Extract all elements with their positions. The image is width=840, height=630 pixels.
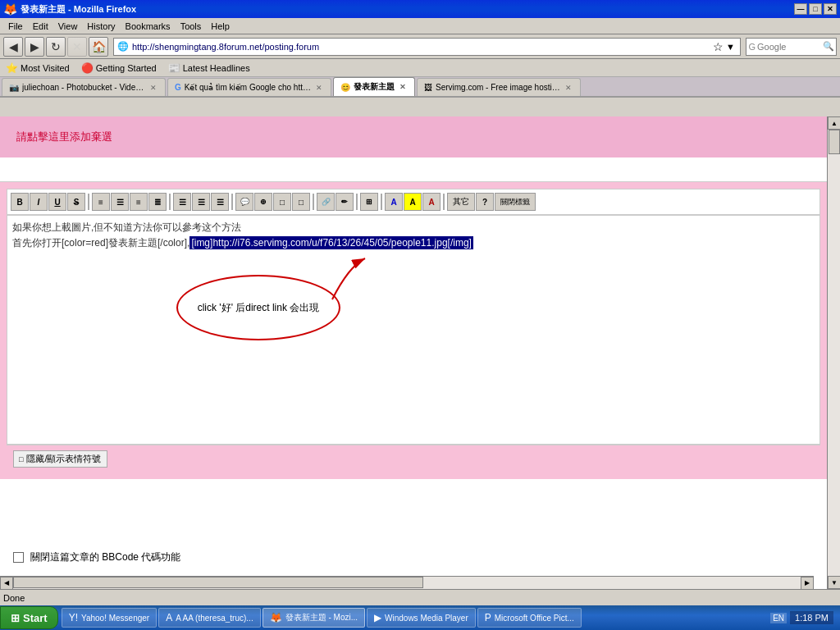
tab-google-icon: G bbox=[175, 83, 181, 92]
hscroll-thumb[interactable] bbox=[13, 577, 423, 588]
taskbar-wmp[interactable]: ▶ Windows Media Player bbox=[367, 608, 476, 628]
tab-photobucket-label: juliechoan - Photobucket - Video and I..… bbox=[22, 83, 145, 92]
tab-google-label: Kết quả tìm kiếm Google cho http://libr.… bbox=[185, 83, 311, 92]
wmp-label: Windows Media Player bbox=[385, 614, 468, 623]
table-button[interactable]: ⊞ bbox=[360, 193, 378, 211]
tab-photobucket[interactable]: 📷 juliechoan - Photobucket - Video and I… bbox=[2, 78, 166, 96]
menu-history[interactable]: History bbox=[82, 20, 120, 33]
back-button[interactable]: ◀ bbox=[3, 37, 23, 57]
edit-button[interactable]: ✏ bbox=[336, 193, 354, 211]
toolbar-sep-2 bbox=[169, 194, 171, 210]
link-button[interactable]: 🔗 bbox=[317, 193, 335, 211]
font-color-button[interactable]: A bbox=[385, 193, 403, 211]
start-button[interactable]: ⊞ Start bbox=[0, 606, 58, 629]
vscroll-thumb[interactable] bbox=[829, 130, 840, 154]
bookmark-most-visited[interactable]: ⭐ Most Visited bbox=[3, 62, 72, 75]
bbcode-checkbox[interactable] bbox=[13, 552, 24, 563]
hscroll-right-button[interactable]: ▶ bbox=[801, 577, 814, 590]
vscroll-up-button[interactable]: ▲ bbox=[828, 116, 840, 130]
align-left-button[interactable]: ≡ bbox=[92, 193, 110, 211]
close-button[interactable]: ✕ bbox=[824, 3, 837, 15]
toolbar-sep-5 bbox=[356, 194, 358, 210]
bold-button[interactable]: B bbox=[11, 193, 29, 211]
vscroll-down-button[interactable]: ▼ bbox=[828, 576, 840, 589]
home-button[interactable]: 🏠 bbox=[89, 37, 108, 57]
tab-photobucket-close[interactable]: ✕ bbox=[148, 84, 158, 92]
align-right-button[interactable]: ≡ bbox=[130, 193, 148, 211]
taskbar-aa[interactable]: A A AA (theresa_truc)... bbox=[158, 608, 261, 628]
close-tags-button[interactable]: 關閉標籤 bbox=[495, 193, 536, 211]
tab-post-close[interactable]: ✕ bbox=[398, 83, 408, 91]
address-dropdown[interactable]: ▼ bbox=[724, 42, 737, 52]
editor-line2-highlight: [img]http://i76.servimg.com/u/f76/13/26/… bbox=[189, 236, 473, 249]
toolbar-sep-4 bbox=[313, 194, 314, 210]
latest-headlines-icon: 📰 bbox=[168, 62, 180, 74]
toolbar-sep-6 bbox=[381, 194, 382, 210]
bookmark-star[interactable]: ☆ bbox=[713, 40, 724, 53]
menu-view[interactable]: View bbox=[53, 20, 83, 33]
wmp-icon: ▶ bbox=[374, 612, 381, 623]
most-visited-icon: ⭐ bbox=[6, 62, 18, 74]
stop-button[interactable]: ✕ bbox=[67, 37, 87, 57]
tab-google[interactable]: G Kết quả tìm kiếm Google cho http://lib… bbox=[167, 78, 331, 96]
menu-edit[interactable]: Edit bbox=[28, 20, 53, 33]
search-submit-icon[interactable]: 🔍 bbox=[823, 41, 834, 52]
text-editor[interactable]: 如果你想上載圖片,但不知道方法你可以參考这个方法 首先你打开[color=red… bbox=[7, 215, 820, 445]
other-button[interactable]: 其它 bbox=[447, 193, 475, 211]
yahoo-icon: Y! bbox=[69, 612, 78, 623]
quote-button[interactable]: 💬 bbox=[235, 193, 253, 211]
tab-servimg-close[interactable]: ✕ bbox=[564, 84, 573, 92]
bbcode-label: 關閉這篇文章的 BBCode 代碼功能 bbox=[30, 550, 180, 564]
menu-help[interactable]: Help bbox=[206, 20, 235, 33]
minimize-button[interactable]: — bbox=[794, 3, 807, 15]
list-button[interactable]: ☰ bbox=[173, 193, 191, 211]
reload-button[interactable]: ↻ bbox=[46, 37, 66, 57]
address-bar: 🌐 http://shengmingtang.8forum.net/postin… bbox=[113, 38, 741, 56]
hscroll-track[interactable] bbox=[13, 577, 801, 590]
box-button[interactable]: □ bbox=[273, 193, 291, 211]
vscroll-track[interactable] bbox=[828, 130, 840, 576]
taskbar-yahoo[interactable]: Y! Yahoo! Messenger bbox=[62, 608, 158, 628]
tab-servimg[interactable]: 🖼 Servimg.com - Free image hosting serv.… bbox=[417, 78, 581, 96]
office-icon: P bbox=[485, 612, 491, 623]
taskbar: ⊞ Start Y! Yahoo! Messenger A A AA (ther… bbox=[0, 605, 840, 630]
tab-post[interactable]: 😊 發表新主題 ✕ bbox=[333, 77, 415, 96]
menu-bookmarks[interactable]: Bookmarks bbox=[121, 20, 176, 33]
navbar: ◀ ▶ ↻ ✕ 🏠 🌐 http://shengmingtang.8forum.… bbox=[0, 34, 840, 59]
justify-button[interactable]: ≣ bbox=[148, 193, 167, 211]
address-text[interactable]: http://shengmingtang.8forum.net/posting.… bbox=[132, 42, 713, 52]
font-bg-button[interactable]: A bbox=[404, 193, 422, 211]
italic-button[interactable]: I bbox=[30, 193, 48, 211]
toolbar-sep-1 bbox=[88, 194, 89, 210]
latest-headlines-label: Latest Headlines bbox=[183, 63, 250, 73]
strikethrough-button[interactable]: S bbox=[67, 193, 85, 211]
system-clock: 1:18 PM bbox=[790, 611, 833, 624]
list3-button[interactable]: ☰ bbox=[211, 193, 229, 211]
align-center-button[interactable]: ☰ bbox=[111, 193, 129, 211]
bookmark-getting-started[interactable]: 🔴 Getting Started bbox=[79, 62, 159, 75]
firefox-icon: 🦊 bbox=[3, 2, 17, 16]
underline-button[interactable]: U bbox=[48, 193, 66, 211]
taskbar-office[interactable]: P Microsoft Office Pict... bbox=[477, 608, 582, 628]
ordered-list-button[interactable]: ☰ bbox=[192, 193, 210, 211]
aa-icon: A bbox=[166, 612, 172, 623]
hide-show-smilies-button[interactable]: □ 隱藏/顯示表情符號 bbox=[13, 450, 107, 468]
menu-tools[interactable]: Tools bbox=[176, 20, 207, 33]
forward-button[interactable]: ▶ bbox=[25, 37, 44, 57]
tab-google-close[interactable]: ✕ bbox=[314, 84, 324, 92]
getting-started-label: Getting Started bbox=[96, 63, 157, 73]
code-button[interactable]: ⊕ bbox=[254, 193, 272, 211]
help-button[interactable]: ? bbox=[476, 193, 494, 211]
menu-file[interactable]: File bbox=[3, 20, 28, 33]
white-spacer bbox=[0, 158, 827, 182]
header-link[interactable]: 請點擊這里添加棄選 bbox=[16, 130, 112, 144]
hscroll-left-button[interactable]: ◀ bbox=[0, 577, 13, 590]
tab-post-label: 發表新主題 bbox=[354, 81, 395, 93]
editor-line1: 如果你想上載圖片,但不知道方法你可以參考这个方法 bbox=[12, 221, 815, 235]
search-input[interactable] bbox=[757, 42, 823, 52]
box2-button[interactable]: □ bbox=[292, 193, 310, 211]
taskbar-firefox[interactable]: 🦊 發表新主題 - Mozi... bbox=[262, 608, 365, 628]
font-size-button[interactable]: A bbox=[422, 193, 441, 211]
maximize-button[interactable]: □ bbox=[809, 3, 822, 15]
bookmark-latest-headlines[interactable]: 📰 Latest Headlines bbox=[166, 62, 253, 75]
